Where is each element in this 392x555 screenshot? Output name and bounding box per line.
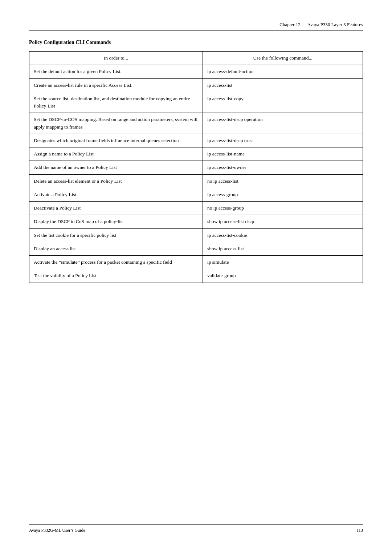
table-cell-description: Test the validity of a Policy List (29, 269, 203, 283)
table-cell-description: Set the default action for a given Polic… (29, 65, 203, 78)
table-cell-description: Set the source list, destination list, a… (29, 92, 203, 113)
table-cell-command: ip access-list-dscp operation (203, 113, 363, 134)
table-row: Set the source list, destination list, a… (29, 92, 363, 113)
table-cell-description: Designates which original frame fields i… (29, 134, 203, 147)
table-cell-description: Display the DSCP to CoS map of a policy-… (29, 215, 203, 228)
table-row: Activate a Policy Listip access-group (29, 188, 363, 201)
table-cell-description: Set the DSCP-to-COS mapping. Based on ra… (29, 113, 203, 134)
table-row: Set the DSCP-to-COS mapping. Based on ra… (29, 113, 363, 134)
table-cell-command: validate-group (203, 269, 363, 283)
table-cell-description: Deactivate a Policy List (29, 202, 203, 215)
footer-right: 113 (356, 528, 363, 533)
table-row: Designates which original frame fields i… (29, 134, 363, 147)
table-row: Create an access-list rule in a specific… (29, 78, 363, 92)
table-cell-command: ip access-group (203, 188, 363, 201)
table-row: Set the default action for a given Polic… (29, 65, 363, 78)
table-cell-command: ip access-default-action (203, 65, 363, 78)
page-container: Chapter 12 Avaya P330 Layer 3 Features P… (0, 0, 392, 555)
table-row: Add the name of an owner to a Policy Lis… (29, 161, 363, 174)
table-cell-command: show ip access-list dscp (203, 215, 363, 228)
table-cell-command: ip access-list-copy (203, 92, 363, 113)
section-title: Policy Configuration CLI Commands (29, 40, 363, 45)
table-cell-description: Set the list cookie for a specific polic… (29, 228, 203, 242)
table-cell-command: show ip access-list (203, 242, 363, 255)
table-row: Display an access listshow ip access-lis… (29, 242, 363, 255)
table-cell-command: ip access-list-owner (203, 161, 363, 174)
table-cell-command: ip access-list-name (203, 147, 363, 161)
header-chapter: Chapter 12 (279, 22, 300, 27)
table-cell-description: Activate the “simulate” process for a pa… (29, 256, 203, 269)
table-cell-description: Delete an access-list element or a Polic… (29, 174, 203, 188)
table-row: Delete an access-list element or a Polic… (29, 174, 363, 188)
table-cell-command: ip access-list-cookie (203, 228, 363, 242)
table-cell-description: Display an access list (29, 242, 203, 255)
table-cell-description: Add the name of an owner to a Policy Lis… (29, 161, 203, 174)
table-header-row: In order to... Use the following command… (29, 52, 363, 65)
table-cell-command: ip access-list (203, 78, 363, 92)
header-chapter-title: Chapter 12 Avaya P330 Layer 3 Features (279, 22, 363, 28)
table-row: Activate the “simulate” process for a pa… (29, 256, 363, 269)
table-cell-description: Activate a Policy List (29, 188, 203, 201)
page-footer: Avaya P332G-ML User’s Guide 113 (29, 524, 363, 533)
cli-commands-table: In order to... Use the following command… (29, 51, 363, 283)
table-cell-command: no ip access-list (203, 174, 363, 188)
table-header-col1: In order to... (29, 52, 203, 65)
table-cell-description: Assign a name to a Policy List (29, 147, 203, 161)
table-row: Display the DSCP to CoS map of a policy-… (29, 215, 363, 228)
table-cell-description: Create an access-list rule in a specific… (29, 78, 203, 92)
table-row: Deactivate a Policy Listno ip access-gro… (29, 202, 363, 215)
table-row: Assign a name to a Policy Listip access-… (29, 147, 363, 161)
header-title: Avaya P330 Layer 3 Features (307, 22, 363, 27)
table-cell-command: ip simulate (203, 256, 363, 269)
table-header-col2: Use the following command... (203, 52, 363, 65)
table-cell-command: ip access-list-dscp trust (203, 134, 363, 147)
footer-left: Avaya P332G-ML User’s Guide (29, 528, 85, 533)
table-cell-command: no ip access-group (203, 202, 363, 215)
table-row: Test the validity of a Policy Listvalida… (29, 269, 363, 283)
table-row: Set the list cookie for a specific polic… (29, 228, 363, 242)
page-header: Chapter 12 Avaya P330 Layer 3 Features (29, 22, 363, 31)
